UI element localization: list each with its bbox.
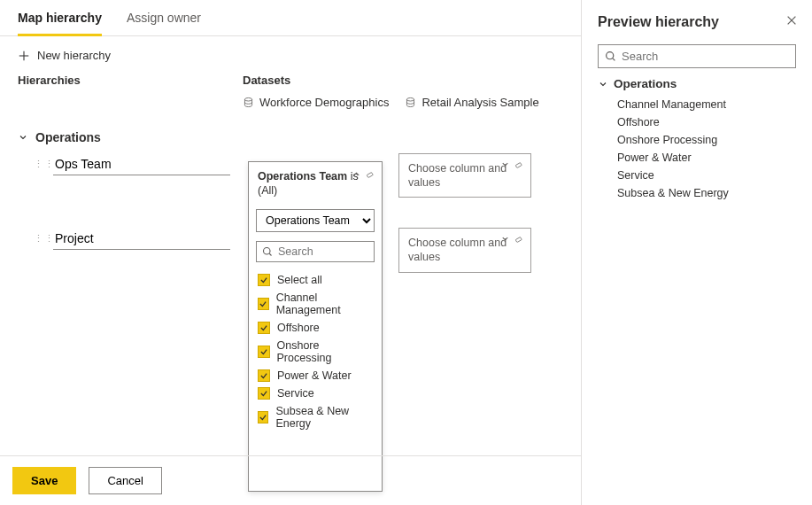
close-button[interactable] (785, 14, 798, 29)
column-headers: Hierarchies Datasets (0, 74, 581, 90)
cancel-button[interactable]: Cancel (89, 467, 161, 494)
eraser-icon (514, 159, 523, 169)
eraser-icon (514, 234, 523, 244)
level-name-input[interactable] (53, 228, 230, 250)
preview-item[interactable]: Offshore (598, 113, 796, 131)
preview-item[interactable]: Onshore Processing (598, 131, 796, 149)
option-label: Onshore Processing (277, 339, 374, 364)
dropdown-search-input[interactable] (256, 241, 375, 262)
option-label: Channel Management (276, 291, 373, 316)
new-hierarchy-label: New hierarchy (37, 49, 111, 62)
checkbox-checked-icon (258, 369, 270, 382)
preview-item[interactable]: Subsea & New Energy (598, 184, 796, 202)
chevron-up-icon[interactable] (352, 169, 361, 179)
dataset-label: Retail Analysis Sample (421, 96, 538, 109)
hierarchy-group-name: Operations (35, 130, 101, 144)
checkbox-checked-icon (258, 346, 270, 358)
option-label: Select all (277, 274, 322, 286)
option-item[interactable]: Service (256, 385, 375, 402)
column-value-placeholder: Choose column and values (408, 237, 507, 263)
close-icon (785, 14, 798, 27)
preview-item[interactable]: Power & Water (598, 149, 796, 167)
preview-item[interactable]: Channel Management (598, 96, 796, 113)
level-name-input[interactable] (53, 153, 230, 175)
dataset-item[interactable]: Retail Analysis Sample (405, 96, 538, 109)
tab-map-hierarchy[interactable]: Map hierarchy (18, 0, 102, 36)
column-value-dropdown: Operations Team is (All) Operations Team… (248, 161, 383, 492)
tab-assign-owner[interactable]: Assign owner (127, 0, 201, 35)
drag-handle-icon[interactable]: ⋮⋮ (34, 153, 44, 170)
dataset-icon (405, 97, 416, 108)
svg-rect-5 (515, 237, 522, 243)
chevron-down-icon (598, 79, 608, 89)
option-item[interactable]: Onshore Processing (256, 337, 375, 367)
plus-icon (18, 50, 30, 62)
option-select-all[interactable]: Select all (256, 271, 375, 289)
checkbox-checked-icon (258, 387, 270, 400)
toolbar: New hierarchy (0, 36, 581, 74)
footer: Save Cancel (0, 455, 581, 505)
preview-group-header[interactable]: Operations (598, 77, 796, 90)
dataset-item[interactable]: Workforce Demographics (243, 96, 389, 109)
new-hierarchy-button[interactable]: New hierarchy (18, 49, 111, 62)
dataset-label: Workforce Demographics (259, 96, 389, 109)
column-value-selector[interactable]: Choose column and values (398, 153, 531, 198)
chevron-down-icon (18, 132, 28, 143)
option-label: Subsea & New Energy (275, 405, 373, 430)
svg-point-2 (244, 97, 251, 101)
svg-point-3 (407, 97, 414, 101)
dropdown-summary: Operations Team is (All) (249, 162, 382, 204)
main-pane: Map hierarchy Assign owner New hierarchy… (0, 0, 582, 505)
checkbox-checked-icon (258, 298, 269, 310)
chevron-down-icon (500, 159, 510, 169)
chevron-down-icon (500, 234, 510, 244)
header-hierarchies: Hierarchies (18, 74, 243, 87)
datasets-row: Workforce Demographics Retail Analysis S… (0, 90, 581, 121)
preview-title: Preview hierarchy (598, 14, 796, 30)
dataset-icon (243, 97, 254, 108)
checkbox-checked-icon (258, 411, 268, 423)
preview-group-name: Operations (614, 77, 677, 90)
tabs: Map hierarchy Assign owner (0, 0, 581, 36)
column-value-selector[interactable]: Choose column and values (398, 228, 531, 273)
option-label: Service (277, 387, 314, 400)
preview-item[interactable]: Service (598, 167, 796, 184)
option-item[interactable]: Offshore (256, 319, 375, 337)
preview-search-input[interactable] (598, 44, 796, 68)
svg-rect-6 (367, 173, 373, 178)
checkbox-checked-icon (258, 322, 270, 334)
drag-handle-icon[interactable]: ⋮⋮ (34, 228, 44, 245)
dropdown-field-name: Operations Team (258, 170, 347, 183)
option-item[interactable]: Channel Management (256, 289, 375, 319)
option-item[interactable]: Power & Water (256, 367, 375, 385)
hierarchy-group-header[interactable]: Operations (0, 121, 581, 153)
dropdown-options-list: Select all Channel Management Offshore O… (249, 266, 382, 438)
option-label: Offshore (277, 322, 320, 334)
column-select[interactable]: Operations Team (256, 209, 375, 232)
header-datasets: Datasets (243, 74, 290, 87)
checkbox-checked-icon (258, 274, 270, 286)
save-button[interactable]: Save (12, 467, 76, 494)
option-item[interactable]: Subsea & New Energy (256, 402, 375, 432)
preview-pane: Preview hierarchy Operations Channel Man… (582, 0, 812, 505)
option-label: Power & Water (277, 369, 352, 382)
eraser-icon[interactable] (365, 169, 375, 179)
svg-rect-4 (515, 162, 522, 167)
column-value-placeholder: Choose column and values (408, 162, 507, 189)
